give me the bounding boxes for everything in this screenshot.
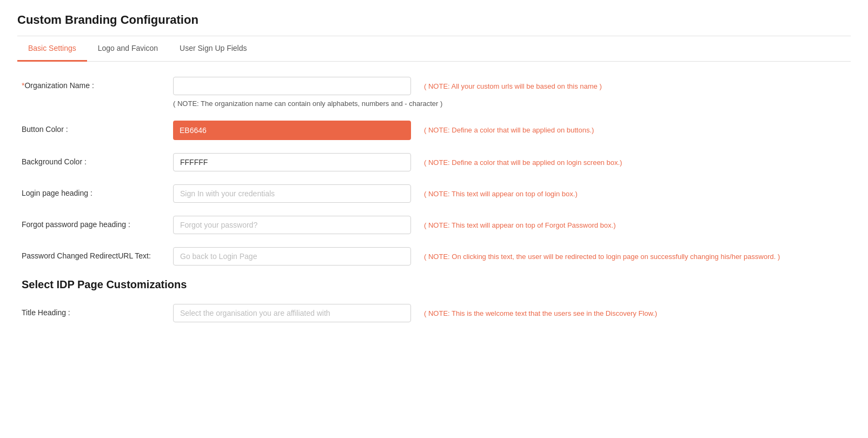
login-heading-note: ( NOTE: This text will appear on top of … — [424, 184, 846, 200]
basic-settings-form: *Organization Name : ( NOTE: All your cu… — [17, 77, 851, 322]
org-name-below-note: ( NOTE: The organization name can contai… — [173, 99, 846, 108]
page-container: Custom Branding Configuration Basic Sett… — [0, 0, 868, 348]
button-color-note: ( NOTE: Define a color that will be appl… — [424, 121, 846, 136]
password-redirect-label: Password Changed RedirectURL Text: — [22, 247, 173, 260]
forgot-password-input-wrapper — [173, 216, 411, 234]
required-asterisk: * — [22, 81, 24, 90]
org-name-input[interactable] — [173, 77, 411, 95]
org-name-note: ( NOTE: All your custom urls will be bas… — [424, 77, 846, 92]
password-redirect-row: Password Changed RedirectURL Text: ( NOT… — [22, 247, 846, 266]
idp-section-title: Select IDP Page Customizations — [22, 278, 846, 291]
org-name-input-wrapper — [173, 77, 411, 95]
login-heading-input-wrapper — [173, 184, 411, 203]
title-heading-row: Title Heading : ( NOTE: This is the welc… — [22, 304, 846, 322]
password-redirect-input-wrapper — [173, 247, 411, 266]
forgot-password-input[interactable] — [173, 216, 411, 234]
button-color-label: Button Color : — [22, 121, 173, 134]
title-heading-note: ( NOTE: This is the welcome text that th… — [424, 304, 846, 319]
org-name-row: *Organization Name : ( NOTE: All your cu… — [22, 77, 846, 95]
button-color-input-wrapper: EB6646 — [173, 121, 411, 140]
button-color-picker[interactable]: EB6646 — [173, 121, 411, 140]
tab-basic-settings[interactable]: Basic Settings — [17, 36, 87, 62]
password-redirect-note: ( NOTE: On clicking this text, the user … — [424, 247, 846, 262]
background-color-note: ( NOTE: Define a color that will be appl… — [424, 153, 846, 168]
background-color-row: Background Color : FFFFFF ( NOTE: Define… — [22, 153, 846, 171]
button-color-row: Button Color : EB6646 ( NOTE: Define a c… — [22, 121, 846, 140]
password-redirect-input[interactable] — [173, 247, 411, 266]
background-color-picker[interactable]: FFFFFF — [173, 153, 411, 171]
login-heading-input[interactable] — [173, 184, 411, 203]
forgot-password-row: Forgot password page heading : ( NOTE: T… — [22, 216, 846, 234]
forgot-password-note: ( NOTE: This text will appear on top of … — [424, 216, 846, 231]
login-heading-row: Login page heading : ( NOTE: This text w… — [22, 184, 846, 203]
tab-logo-favicon[interactable]: Logo and Favicon — [87, 36, 169, 62]
forgot-password-label: Forgot password page heading : — [22, 216, 173, 229]
login-heading-label: Login page heading : — [22, 184, 173, 197]
tabs-container: Basic Settings Logo and Favicon User Sig… — [17, 36, 851, 62]
tab-user-signup[interactable]: User Sign Up Fields — [169, 36, 258, 62]
org-name-label: *Organization Name : — [22, 77, 173, 90]
background-color-input-wrapper: FFFFFF — [173, 153, 411, 171]
title-heading-input-wrapper — [173, 304, 411, 322]
page-title: Custom Branding Configuration — [17, 13, 851, 27]
title-heading-label: Title Heading : — [22, 304, 173, 317]
background-color-label: Background Color : — [22, 153, 173, 166]
title-heading-input[interactable] — [173, 304, 411, 322]
